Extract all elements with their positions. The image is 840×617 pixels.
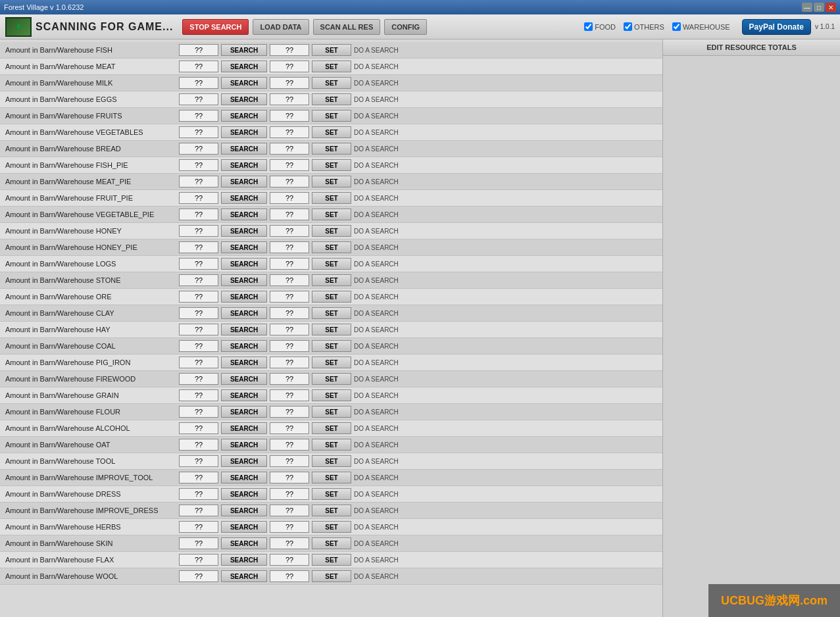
value-input-1[interactable]	[179, 570, 218, 582]
value-input-2[interactable]	[270, 505, 309, 516]
value-input-2[interactable]	[270, 143, 309, 155]
set-button[interactable]: SET	[312, 176, 351, 187]
set-button[interactable]: SET	[312, 472, 351, 483]
search-button[interactable]: SEARCH	[221, 505, 267, 516]
value-input-2[interactable]	[270, 488, 309, 500]
search-button[interactable]: SEARCH	[221, 258, 267, 270]
value-input-1[interactable]	[179, 225, 218, 237]
value-input-1[interactable]	[179, 373, 218, 385]
value-input-1[interactable]	[179, 340, 218, 352]
search-button[interactable]: SEARCH	[221, 324, 267, 335]
others-checkbox-label[interactable]: OTHERS	[624, 22, 664, 31]
paypal-button[interactable]: PayPal Donate	[742, 19, 811, 35]
search-button[interactable]: SEARCH	[221, 373, 267, 385]
value-input-2[interactable]	[270, 192, 309, 204]
search-button[interactable]: SEARCH	[221, 439, 267, 451]
value-input-2[interactable]	[270, 340, 309, 352]
set-button[interactable]: SET	[312, 225, 351, 237]
food-checkbox-label[interactable]: FOOD	[584, 22, 616, 31]
value-input-2[interactable]	[270, 126, 309, 138]
search-button[interactable]: SEARCH	[221, 472, 267, 483]
value-input-2[interactable]	[270, 373, 309, 385]
value-input-2[interactable]	[270, 225, 309, 237]
value-input-2[interactable]	[270, 455, 309, 467]
search-button[interactable]: SEARCH	[221, 44, 267, 56]
value-input-1[interactable]	[179, 159, 218, 171]
search-button[interactable]: SEARCH	[221, 307, 267, 319]
value-input-1[interactable]	[179, 324, 218, 335]
search-button[interactable]: SEARCH	[221, 340, 267, 352]
value-input-1[interactable]	[179, 472, 218, 483]
value-input-2[interactable]	[270, 159, 309, 171]
search-button[interactable]: SEARCH	[221, 291, 267, 303]
value-input-1[interactable]	[179, 291, 218, 303]
search-button[interactable]: SEARCH	[221, 225, 267, 237]
value-input-1[interactable]	[179, 209, 218, 220]
search-button[interactable]: SEARCH	[221, 521, 267, 533]
value-input-1[interactable]	[179, 554, 218, 566]
value-input-2[interactable]	[270, 537, 309, 549]
value-input-1[interactable]	[179, 422, 218, 434]
search-button[interactable]: SEARCH	[221, 77, 267, 89]
set-button[interactable]: SET	[312, 554, 351, 566]
config-button[interactable]: CONFIG	[384, 19, 427, 35]
value-input-1[interactable]	[179, 110, 218, 122]
set-button[interactable]: SET	[312, 126, 351, 138]
value-input-1[interactable]	[179, 192, 218, 204]
set-button[interactable]: SET	[312, 422, 351, 434]
search-button[interactable]: SEARCH	[221, 176, 267, 187]
set-button[interactable]: SET	[312, 110, 351, 122]
value-input-1[interactable]	[179, 455, 218, 467]
value-input-1[interactable]	[179, 505, 218, 516]
set-button[interactable]: SET	[312, 291, 351, 303]
value-input-1[interactable]	[179, 307, 218, 319]
scan-all-res-button[interactable]: SCAN ALL RES	[313, 19, 381, 35]
search-button[interactable]: SEARCH	[221, 554, 267, 566]
value-input-2[interactable]	[270, 554, 309, 566]
value-input-2[interactable]	[270, 357, 309, 368]
set-button[interactable]: SET	[312, 307, 351, 319]
set-button[interactable]: SET	[312, 143, 351, 155]
value-input-2[interactable]	[270, 110, 309, 122]
set-button[interactable]: SET	[312, 439, 351, 451]
value-input-2[interactable]	[270, 389, 309, 401]
search-button[interactable]: SEARCH	[221, 570, 267, 582]
warehouse-checkbox[interactable]	[672, 22, 681, 31]
value-input-2[interactable]	[270, 570, 309, 582]
value-input-1[interactable]	[179, 77, 218, 89]
set-button[interactable]: SET	[312, 77, 351, 89]
value-input-2[interactable]	[270, 422, 309, 434]
set-button[interactable]: SET	[312, 406, 351, 418]
set-button[interactable]: SET	[312, 192, 351, 204]
set-button[interactable]: SET	[312, 570, 351, 582]
value-input-1[interactable]	[179, 537, 218, 549]
set-button[interactable]: SET	[312, 340, 351, 352]
set-button[interactable]: SET	[312, 357, 351, 368]
value-input-2[interactable]	[270, 258, 309, 270]
maximize-button[interactable]: □	[814, 3, 824, 12]
set-button[interactable]: SET	[312, 389, 351, 401]
food-checkbox[interactable]	[584, 22, 593, 31]
value-input-2[interactable]	[270, 274, 309, 286]
value-input-1[interactable]	[179, 274, 218, 286]
content-area[interactable]: Amount in Barn/Warehouse FISH SEARCH SET…	[0, 39, 662, 617]
value-input-1[interactable]	[179, 143, 218, 155]
value-input-2[interactable]	[270, 176, 309, 187]
value-input-1[interactable]	[179, 439, 218, 451]
set-button[interactable]: SET	[312, 61, 351, 72]
set-button[interactable]: SET	[312, 159, 351, 171]
set-button[interactable]: SET	[312, 274, 351, 286]
search-button[interactable]: SEARCH	[221, 143, 267, 155]
set-button[interactable]: SET	[312, 521, 351, 533]
value-input-1[interactable]	[179, 521, 218, 533]
value-input-1[interactable]	[179, 258, 218, 270]
value-input-1[interactable]	[179, 61, 218, 72]
load-data-button[interactable]: LOAD DATA	[253, 19, 309, 35]
search-button[interactable]: SEARCH	[221, 61, 267, 72]
value-input-2[interactable]	[270, 77, 309, 89]
value-input-1[interactable]	[179, 406, 218, 418]
value-input-2[interactable]	[270, 61, 309, 72]
set-button[interactable]: SET	[312, 44, 351, 56]
value-input-1[interactable]	[179, 357, 218, 368]
value-input-1[interactable]	[179, 176, 218, 187]
